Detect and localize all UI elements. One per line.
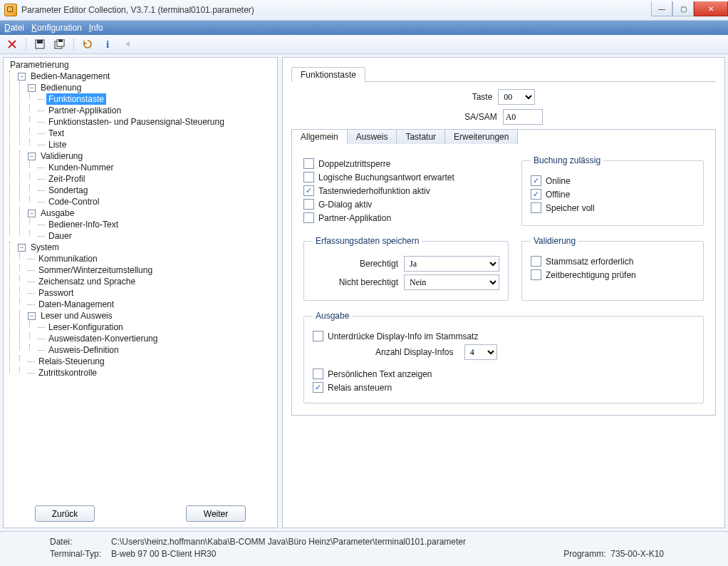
status-terminal-label: Terminal-Typ: (50, 548, 111, 560)
group-buchung: Buchung zulässig ✓Online ✓Offline Speich… (521, 155, 704, 226)
sasam-label: SA/SAM (464, 112, 496, 122)
tree-dauer[interactable]: Dauer (46, 230, 74, 242)
chk-tastenwiederhol[interactable]: ✓ (303, 185, 314, 196)
expand-icon[interactable]: − (28, 153, 36, 160)
svg-rect-6 (58, 39, 63, 42)
expand-icon[interactable]: − (28, 312, 36, 320)
tab-funktionstaste[interactable]: Funktionstaste (291, 67, 365, 82)
menu-konfiguration[interactable]: Konfiguration (31, 23, 82, 33)
main-area: Parametrierung −Bedien-Management −Bedie… (0, 54, 728, 531)
tree-zutritt[interactable]: Zutrittskontrolle (36, 367, 99, 379)
tree-kommunikation[interactable]: Kommunikation (36, 253, 100, 264)
subtabs: Allgemein Ausweis Tastatur Erweiterungen (291, 129, 716, 144)
tree-bedienung[interactable]: Bedienung (38, 82, 83, 93)
status-terminal-value: B-web 97 00 B-Client HR30 (111, 548, 216, 560)
chk-doppelzutrittsperre[interactable] (303, 158, 314, 169)
maximize-button[interactable]: ▢ (672, 1, 694, 16)
lbl-zeitberechtigung: Zeitberechtigung prüfen (546, 270, 636, 280)
chk-gdialog[interactable] (303, 199, 314, 210)
tree-bediener-info[interactable]: Bediener-Info-Text (46, 219, 120, 230)
tree-sondertag[interactable]: Sondertag (46, 185, 90, 196)
tree-zeichensatz[interactable]: Zeichensatz und Sprache (36, 276, 137, 287)
select-nicht-berechtigt[interactable]: Nein (404, 274, 499, 290)
expand-icon[interactable]: − (18, 244, 26, 252)
legend-ausgabe: Ausgabe (313, 311, 352, 321)
expand-icon[interactable]: − (28, 84, 36, 92)
legend-erfassungsdaten: Erfassungsdaten speichern (313, 236, 422, 246)
subtab-ausweis[interactable]: Ausweis (348, 130, 397, 144)
back-arrow-icon[interactable] (120, 36, 135, 52)
svg-rect-3 (37, 40, 43, 43)
tree-text[interactable]: Text (46, 128, 66, 139)
menu-info[interactable]: Info (89, 23, 103, 33)
tree-funktionstaste[interactable]: Funktionstaste (46, 93, 106, 105)
subtab-erweiterungen[interactable]: Erweiterungen (445, 130, 518, 144)
tree-ausweis-konv[interactable]: Ausweisdaten-Konvertierung (46, 333, 160, 344)
tree-relais[interactable]: Relais-Steuerung (36, 356, 107, 367)
menu-datei[interactable]: Datei (4, 23, 24, 33)
tree-system[interactable]: System (28, 242, 61, 253)
subpanel-allgemein: Doppelzutrittsperre Logische Buchungsant… (291, 144, 716, 416)
tree-passwort[interactable]: Passwort (36, 287, 76, 299)
taste-select[interactable]: 00 (498, 89, 535, 105)
legend-validierung: Validierung (531, 236, 578, 246)
group-erfassungsdaten: Erfassungsdaten speichern BerechtigtJa N… (303, 236, 509, 301)
tree-kundennummer[interactable]: Kunden-Nummer (46, 162, 115, 173)
subtab-allgemein[interactable]: Allgemein (292, 130, 348, 144)
flags-group: Doppelzutrittsperre Logische Buchungsant… (303, 155, 509, 226)
tree-liste[interactable]: Liste (46, 139, 68, 150)
sasam-input[interactable] (503, 109, 543, 125)
lbl-speicher-voll: Speicher voll (546, 203, 595, 213)
chk-speicher-voll[interactable] (531, 202, 541, 213)
chk-relais-ansteuern[interactable]: ✓ (313, 382, 323, 393)
tree-pane: Parametrierung −Bedien-Management −Bedie… (3, 57, 278, 528)
tree-leser-ausweis[interactable]: Leser und Ausweis (38, 310, 115, 321)
refresh-icon[interactable] (80, 36, 95, 52)
expand-icon[interactable]: − (28, 210, 36, 217)
chk-partner-applikation[interactable] (303, 212, 314, 223)
tree-ausgabe[interactable]: Ausgabe (38, 207, 76, 219)
next-button[interactable]: Weiter (186, 505, 246, 522)
tree-partner-applikation[interactable]: Partner-Applikation (46, 105, 123, 116)
tree-bedien-management[interactable]: Bedien-Management (28, 71, 112, 82)
chk-online[interactable]: ✓ (531, 175, 541, 186)
tree-validierung[interactable]: Validierung (38, 150, 85, 162)
lbl-stammsatz: Stammsatz erforderlich (546, 257, 633, 267)
subtab-tastatur[interactable]: Tastatur (397, 130, 445, 144)
chk-unterdruecke-display[interactable] (313, 331, 323, 341)
tree-codecontrol[interactable]: Code-Control (46, 196, 101, 207)
chk-zeitberechtigung[interactable] (531, 269, 541, 280)
tree-leser-konfig[interactable]: Leser-Konfiguration (46, 321, 125, 333)
info-icon[interactable]: i (100, 36, 115, 52)
lbl-anzahl-display-infos: Anzahl Display-Infos (375, 347, 453, 357)
window-buttons: — ▢ ✕ (651, 1, 728, 16)
select-anzahl-display-infos[interactable]: 4 (464, 344, 497, 360)
tree-zeitprofil[interactable]: Zeit-Profil (46, 173, 87, 185)
lbl-berechtigt: Berechtigt (313, 259, 398, 269)
chk-persoenlichen-text[interactable] (313, 369, 323, 379)
save-icon[interactable] (32, 36, 48, 52)
chk-offline[interactable]: ✓ (531, 189, 541, 200)
chk-log-buchungsantwort[interactable] (303, 172, 314, 182)
group-validierung: Validierung Stammsatz erforderlich Zeitb… (521, 236, 704, 301)
parameter-tree[interactable]: Parametrierung −Bedien-Management −Bedie… (4, 58, 277, 501)
chk-stammsatz[interactable] (531, 256, 541, 267)
select-berechtigt[interactable]: Ja (404, 256, 499, 272)
sasam-row: SA/SAM (291, 109, 716, 125)
lbl-online: Online (546, 176, 571, 186)
tree-sommer-winter[interactable]: Sommer/Winterzeitumstellung (36, 264, 155, 276)
tree-daten-management[interactable]: Daten-Management (36, 299, 116, 310)
lbl-relais-ansteuern: Relais ansteuern (328, 383, 392, 393)
tree-root[interactable]: Parametrierung (8, 59, 71, 71)
status-programm-value: 735-00-X-K10 (610, 549, 664, 559)
delete-icon[interactable] (4, 36, 20, 52)
save-all-icon[interactable] (52, 36, 68, 52)
tree-fkt-pausensignal[interactable]: Funktionstasten- und Pausensignal-Steuer… (46, 116, 227, 128)
lbl-unterdruecke-display: Unterdrücke Display-Info im Stammsatz (328, 331, 478, 341)
tree-ausweis-def[interactable]: Ausweis-Definition (46, 344, 121, 356)
back-button[interactable]: Zurück (35, 505, 95, 522)
minimize-button[interactable]: — (651, 1, 672, 16)
expand-icon[interactable]: − (18, 73, 26, 81)
close-button[interactable]: ✕ (694, 1, 728, 16)
group-ausgabe: Ausgabe Unterdrücke Display-Info im Stam… (303, 311, 704, 403)
